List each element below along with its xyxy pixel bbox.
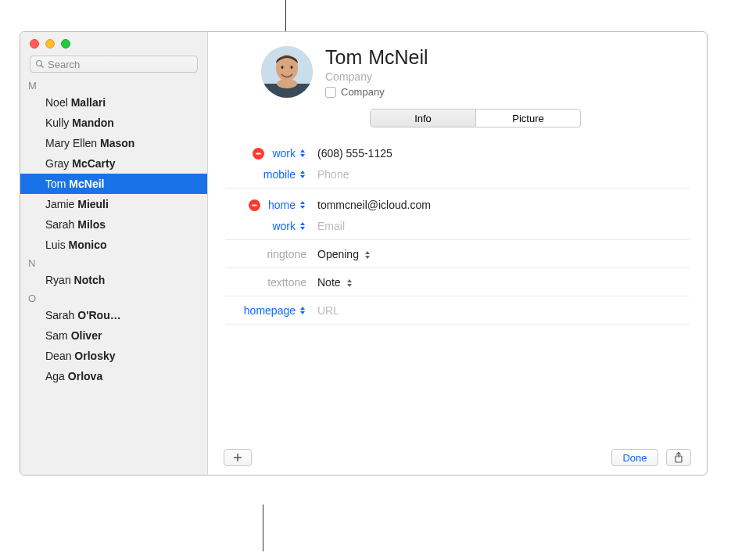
contact-row[interactable]: Sam Oliver [20,325,207,346]
contact-row[interactable]: Dean Orlosky [20,346,207,366]
field-value[interactable]: URL [311,304,690,317]
field-label[interactable]: work [272,220,296,232]
contact-row[interactable]: Mary Ellen Mason [20,133,207,153]
field-label: texttone [267,276,306,289]
stepper-icon[interactable] [364,249,371,259]
stepper-icon[interactable] [299,149,306,158]
window-controls [20,32,207,56]
svg-marker-16 [300,222,305,225]
stepper-icon[interactable] [299,306,306,315]
field-label: ringtone [267,248,306,260]
svg-marker-10 [300,154,305,157]
contact-row[interactable]: Ryan Notch [20,270,207,290]
first-name-field[interactable]: Tom [325,46,362,69]
fields-list: work(608) 555-1125mobilePhonehometommcne… [225,142,690,325]
svg-point-4 [281,66,284,69]
contacts-window: Search MNoel MallariKully MandonMary Ell… [20,31,708,476]
svg-marker-9 [300,149,305,153]
field-label[interactable]: mobile [263,168,296,181]
share-button[interactable] [666,449,691,466]
add-field-button[interactable] [224,449,252,466]
contact-row[interactable]: Aga Orlova [20,366,207,386]
svg-marker-17 [300,227,305,230]
section-header: O [20,290,207,305]
stepper-icon[interactable] [346,278,353,287]
field-value[interactable]: Note [311,276,690,289]
field-row-url: homepageURL [225,301,690,325]
svg-marker-23 [300,311,305,314]
share-icon [674,452,683,463]
svg-line-1 [41,66,44,68]
company-checkbox[interactable] [325,87,336,98]
field-value[interactable]: Opening [311,248,690,260]
svg-point-0 [37,61,42,66]
field-row-select: ringtoneOpening [225,245,690,268]
svg-marker-22 [300,307,305,310]
zoom-window-button[interactable] [61,39,70,48]
svg-marker-18 [365,251,370,254]
stepper-icon[interactable] [299,221,306,231]
field-value[interactable]: tommcneil@icloud.com [311,199,690,211]
field-value[interactable]: Phone [311,168,690,181]
contact-row[interactable]: Noel Mallari [20,92,207,113]
svg-marker-21 [347,284,352,287]
field-value[interactable]: (608) 555-1125 [311,147,690,160]
field-row-email: hometommcneil@icloud.com [225,193,690,217]
company-field[interactable]: Company [325,70,690,83]
field-row-phone: mobilePhone [225,165,690,188]
svg-marker-12 [300,175,305,178]
minimize-window-button[interactable] [45,39,55,48]
section-header: M [20,77,207,92]
svg-marker-15 [300,206,305,209]
callout-line-bottom [263,504,263,507]
field-label[interactable]: homepage [244,304,296,317]
close-window-button[interactable] [30,39,39,48]
plus-icon [233,453,242,462]
company-checkbox-label: Company [341,86,385,98]
stepper-icon[interactable] [299,170,306,179]
contact-row[interactable]: Sarah Milos [20,214,207,235]
svg-marker-14 [300,201,305,204]
search-input[interactable]: Search [30,56,198,73]
contact-list: MNoel MallariKully MandonMary Ellen Maso… [20,77,207,475]
contact-row[interactable]: Tom McNeil [20,174,207,194]
field-label[interactable]: work [272,147,296,160]
contact-row[interactable]: Sarah O'Rou… [20,305,207,325]
svg-marker-20 [347,279,352,282]
info-picture-tabs: Info Picture [370,109,581,127]
avatar[interactable] [261,46,313,98]
remove-field-button[interactable] [249,199,260,211]
search-icon [35,59,45,69]
search-placeholder: Search [48,59,80,70]
contact-row[interactable]: Gray McCarty [20,153,207,174]
tab-info[interactable]: Info [371,109,475,127]
remove-field-button[interactable] [253,148,264,160]
stepper-icon[interactable] [299,200,306,210]
done-button[interactable]: Done [611,449,658,466]
tab-picture[interactable]: Picture [475,109,580,127]
field-value[interactable]: Email [311,220,690,232]
contact-row[interactable]: Luis Monico [20,235,207,255]
section-header: N [20,255,207,270]
contact-card: Tom McNeil Company Company Info Picture … [208,32,707,475]
svg-marker-19 [365,256,370,259]
svg-point-5 [291,66,293,69]
contact-row[interactable]: Jamie Mieuli [20,194,207,214]
svg-marker-11 [300,171,305,174]
contact-row[interactable]: Kully Mandon [20,113,207,133]
field-row-phone: work(608) 555-1125 [225,142,690,165]
field-label[interactable]: home [268,199,296,211]
field-row-email: workEmail [225,217,690,240]
last-name-field[interactable]: McNeil [368,46,428,69]
sidebar: Search MNoel MallariKully MandonMary Ell… [20,32,208,475]
svg-point-7 [277,79,297,88]
field-row-select: texttoneNote [225,273,690,296]
